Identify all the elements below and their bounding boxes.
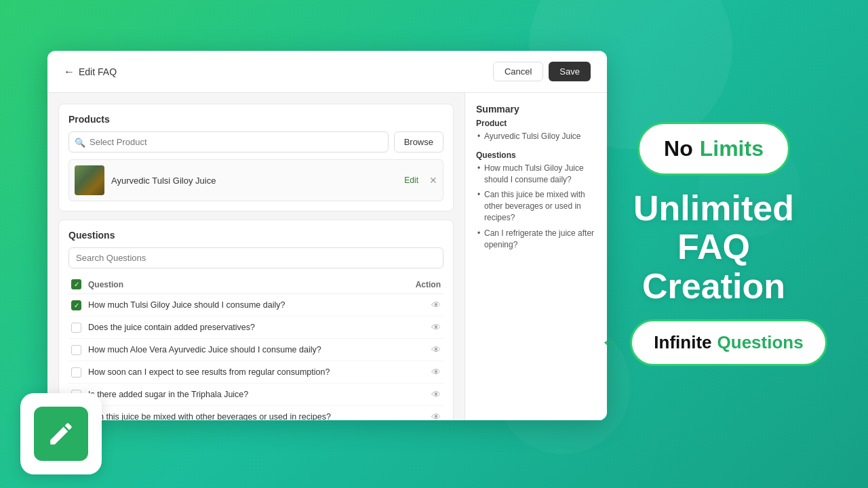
question-text: Can this juice be mixed with other bever… (88, 412, 431, 420)
eye-icon[interactable]: 👁 (431, 322, 441, 333)
question-checkbox[interactable] (71, 367, 81, 378)
question-text: Does the juice contain added preservativ… (88, 323, 431, 332)
questions-table: ✓ Question Action How much Tulsi Giloy J… (68, 275, 443, 420)
no-limits-badge: No Limits (637, 122, 790, 176)
questions-section: Questions ✓ Question Action How much Tul… (58, 220, 454, 420)
question-text: How much Aloe Vera Ayurvedic Juice shoul… (88, 345, 431, 354)
header-checkbox[interactable]: ✓ (71, 279, 81, 289)
questions-search-input[interactable] (68, 247, 443, 268)
unlimited-line1: Unlimited (633, 189, 794, 228)
table-row: Can this juice be mixed with other bever… (68, 406, 443, 420)
promo-area: No Limits Unlimited FAQ Creation ← Infin… (559, 0, 868, 488)
limits-label: Limits (700, 136, 764, 161)
left-panel: Products 🔍 Browse Ayurvedic Tulsi Giloy … (47, 93, 465, 420)
question-col-header: Question (88, 280, 416, 289)
back-link[interactable]: ← Edit FAQ (64, 66, 117, 78)
eye-icon[interactable]: 👁 (431, 300, 441, 310)
edit-icon-box (20, 393, 102, 474)
eye-icon[interactable]: 👁 (431, 344, 441, 355)
cancel-button[interactable]: Cancel (493, 62, 543, 81)
infinite-row: ← Infinite Questions (600, 319, 827, 366)
question-checkbox[interactable] (71, 300, 81, 310)
questions-promo-label: Questions (717, 332, 804, 353)
product-image-inner (75, 165, 104, 195)
header: ← Edit FAQ Cancel Save (47, 51, 607, 93)
browse-button[interactable]: Browse (394, 131, 443, 152)
search-icon: 🔍 (75, 137, 85, 147)
back-arrow-icon: ← (64, 66, 75, 78)
questions-rows-container: How much Tulsi Giloy Juice should I cons… (68, 294, 443, 420)
arrow-left-icon: ← (600, 331, 619, 353)
product-item: Ayurvedic Tulsi Giloy Juice Edit ✕ (68, 159, 443, 201)
unlimited-text: Unlimited FAQ Creation (633, 189, 794, 306)
infinite-label: Infinite (654, 332, 711, 353)
edit-icon-inner (34, 407, 88, 461)
product-search-input[interactable] (68, 131, 389, 152)
no-label: No (664, 136, 693, 161)
question-text: How much Tulsi Giloy Juice should I cons… (88, 300, 431, 310)
question-text: How soon can I expect to see results fro… (88, 367, 431, 377)
products-section: Products 🔍 Browse Ayurvedic Tulsi Giloy … (58, 104, 454, 211)
page-title: Edit FAQ (79, 66, 117, 77)
questions-title: Questions (68, 230, 443, 241)
product-remove-icon[interactable]: ✕ (429, 175, 437, 186)
question-text: Is there added sugar in the Triphala Jui… (88, 390, 431, 399)
eye-icon[interactable]: 👁 (431, 411, 441, 420)
question-checkbox[interactable] (71, 345, 81, 355)
table-row: Is there added sugar in the Triphala Jui… (68, 384, 443, 406)
eye-icon[interactable]: 👁 (431, 389, 441, 400)
product-edit-link[interactable]: Edit (404, 176, 418, 185)
eye-icon[interactable]: 👁 (431, 367, 441, 378)
table-row: How much Aloe Vera Ayurvedic Juice shoul… (68, 339, 443, 361)
products-title: Products (68, 114, 443, 125)
table-row: How soon can I expect to see results fro… (68, 361, 443, 384)
table-row: How much Tulsi Giloy Juice should I cons… (68, 294, 443, 317)
content-area: Products 🔍 Browse Ayurvedic Tulsi Giloy … (47, 93, 607, 420)
product-search-row: 🔍 Browse (68, 131, 443, 152)
questions-table-header: ✓ Question Action (68, 275, 443, 294)
main-panel: ← Edit FAQ Cancel Save Products 🔍 Browse (47, 51, 607, 420)
product-image (75, 165, 104, 195)
product-search-wrap: 🔍 (68, 131, 389, 152)
infinite-badge: Infinite Questions (630, 319, 827, 366)
edit-pencil-icon (47, 420, 75, 448)
question-checkbox[interactable] (71, 323, 81, 333)
unlimited-line3: Creation (633, 267, 794, 306)
product-name: Ayurvedic Tulsi Giloy Juice (111, 176, 397, 186)
unlimited-line2: FAQ (633, 228, 794, 266)
action-col-header: Action (416, 280, 441, 289)
table-row: Does the juice contain added preservativ… (68, 317, 443, 339)
